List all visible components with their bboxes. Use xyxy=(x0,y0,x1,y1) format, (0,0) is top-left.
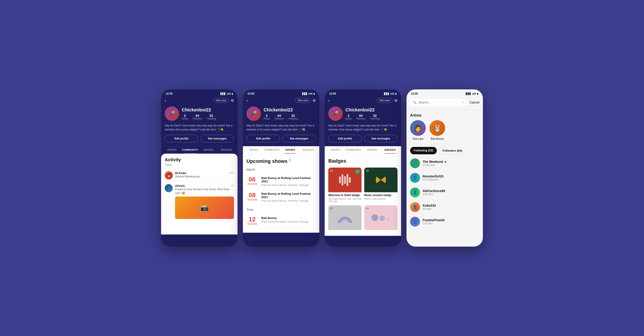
phone-nav-1: ‹ 300 coins ⚙ xyxy=(161,97,238,105)
clear-search-icon[interactable]: ✕ xyxy=(462,101,464,104)
month-march: March xyxy=(246,168,316,171)
status-bar-4: 12:05 ▋▋▋ wifi ▮ xyxy=(406,89,483,97)
battery-icon-4: ▮ xyxy=(477,92,478,95)
user-meta-0: 12.4k fans xyxy=(423,164,476,167)
settings-icon-2[interactable]: ⚙ xyxy=(312,98,316,103)
settings-icon-1[interactable]: ⚙ xyxy=(231,98,234,103)
stat-followers-1: 64 Followers xyxy=(192,114,202,120)
today-label: Today xyxy=(165,163,234,166)
activity-item-0: 🧑 Dr.Koko 43m Started following you xyxy=(165,169,234,182)
edit-profile-button-3[interactable]: Edit profile xyxy=(328,135,362,142)
cancel-button[interactable]: Cancel xyxy=(470,101,479,104)
artist-dua-lipa[interactable]: 👩 Dua Lipa xyxy=(410,120,426,140)
tab-community-2[interactable]: COMMUNITY xyxy=(263,146,281,153)
user-name-2: AleFanSince89 xyxy=(423,189,476,193)
tab-shows-2[interactable]: SHOWS xyxy=(281,146,299,153)
activity-content: Activity Today 🧑 Dr.Koko 43m Started fol… xyxy=(161,154,238,235)
tab-badges-1[interactable]: BADGES xyxy=(218,146,236,153)
tab-shows-1[interactable]: SHOWS xyxy=(199,146,218,153)
badge-shape-1 xyxy=(374,174,388,186)
coins-display-1[interactable]: 300 coins xyxy=(214,98,229,103)
tab-drops-2[interactable]: DROPS xyxy=(245,146,263,153)
see-messages-button-3[interactable]: See messages xyxy=(364,135,398,142)
search-input[interactable] xyxy=(418,101,460,104)
activity-item-1: 👤 AFein1 2h Posted to your thread in the… xyxy=(165,182,234,221)
see-messages-button-2[interactable]: See messages xyxy=(282,135,316,142)
coins-display-3[interactable]: 300 coins xyxy=(377,98,392,103)
tab-badges-2[interactable]: BADGES xyxy=(299,146,318,153)
user-item-1[interactable]: 👤 RoosterGirl23 514 followers › xyxy=(410,171,479,185)
phone-nav-3: ‹ 300 coins ⚙ xyxy=(325,97,401,105)
stat-following-1: 52 Following xyxy=(207,114,216,120)
user-info-1: RoosterGirl23 514 followers xyxy=(423,175,476,181)
user-item-2[interactable]: 👤 AleFanSince89 135 fans › xyxy=(410,185,479,200)
tab-community-3[interactable]: COMMUNITY xyxy=(345,146,363,153)
see-messages-button-1[interactable]: See messages xyxy=(200,135,234,142)
tab-drops-1[interactable]: DROPS xyxy=(163,146,181,153)
tab-community-1[interactable]: COMMUNITY xyxy=(181,146,199,153)
user-avatar-0: 🎵 xyxy=(410,158,420,168)
activity-name-1: AFein1 xyxy=(175,184,185,188)
user-item-4[interactable]: 👤 FrankieFlow20 116 fans › xyxy=(410,215,479,229)
tab-drops-3[interactable]: DROPS xyxy=(326,146,345,153)
coins-display-2[interactable]: 300 coins xyxy=(295,98,311,103)
badge-item-2: 03 xyxy=(328,205,362,231)
user-name-0: The Weekend xyxy=(423,160,476,164)
avatar-2: 🎤 xyxy=(246,106,261,121)
profile-top-2: 🎤 Chickenboi22 2 Artists 64 Followers xyxy=(246,106,316,121)
edit-profile-button-1[interactable]: Edit profile xyxy=(165,135,198,142)
profile-name-1: Chickenboi22 xyxy=(182,107,216,112)
time-2: 12:05 xyxy=(248,92,254,95)
badges-grid: 01 ✓ Welcome to Giant badge You subscrib… xyxy=(328,168,398,231)
status-icons-1: ▋▋▋ wifi ▮ xyxy=(220,92,233,95)
back-button-1[interactable]: ‹ xyxy=(165,98,166,103)
wifi-icon-3: wifi xyxy=(390,92,394,95)
edit-profile-button-2[interactable]: Edit profile xyxy=(246,135,280,142)
settings-icon-3[interactable]: ⚙ xyxy=(394,98,398,103)
battery-icon-2: ▮ xyxy=(314,92,315,95)
avatar-1: 🎤 xyxy=(165,106,179,121)
signal-icon-1: ▋▋▋ xyxy=(220,92,226,95)
badge-circles-3 xyxy=(372,214,390,221)
user-name-3: Koko234 xyxy=(423,204,476,207)
profile-info-1: Chickenboi22 2 Artists 64 Followers 52 F xyxy=(182,107,216,120)
user-meta-1: 514 followers xyxy=(423,178,476,181)
badge-image-1: 02 xyxy=(364,168,398,192)
show-info-2: Bad Bunny Praia Da Rocha Beach, Portimão… xyxy=(261,216,316,223)
following-tab[interactable]: Following (52) xyxy=(410,147,437,154)
tab-badges-3[interactable]: BADGES xyxy=(381,146,399,153)
activity-time-0: 43m xyxy=(229,171,234,175)
profile-info-2: Chickenboi22 2 Artists 64 Followers 52 F xyxy=(264,107,298,120)
artist-avatar-dua: 👩 xyxy=(410,120,426,136)
show-date-0: 06 08:00PM xyxy=(246,176,258,185)
show-date-2: 12 08:00PM xyxy=(246,216,258,225)
artists-label: Artists xyxy=(410,113,479,117)
followers-tab[interactable]: Followers (64) xyxy=(438,147,466,154)
badge-image-2: 03 xyxy=(328,205,362,230)
badge-label-0: Welcome to Giant badge xyxy=(328,194,362,197)
user-item-3[interactable]: 👤 Koko234 64 fans › xyxy=(410,200,479,215)
user-item-0[interactable]: 🎵 The Weekend 12.4k fans › xyxy=(410,156,479,171)
badge-check-0: ✓ xyxy=(355,169,360,174)
artists-row: 👩 Dua Lipa 🐰 Bad Bunny xyxy=(410,120,479,140)
status-bar-3: 12:05 ▋▋▋ wifi ▮ xyxy=(325,89,401,97)
profile-name-2: Chickenboi22 xyxy=(264,107,298,112)
stat-artists-1: 2 Artists xyxy=(182,114,188,120)
stat-following-2: 52 Following xyxy=(288,114,298,120)
back-button-3[interactable]: ‹ xyxy=(328,98,330,103)
show-info-1: Bad Bunny at Rolling Loud Festival 2021 … xyxy=(261,192,316,202)
artist-bad-bunny[interactable]: 🐰 Bad Bunny xyxy=(430,120,445,140)
wifi-icon-2: wifi xyxy=(308,92,312,95)
shows-title: Upcoming shows 3 xyxy=(246,158,316,164)
profile-bio-2: Hey Im Zach! I love music way way way to… xyxy=(246,123,316,132)
user-avatar-4: 👤 xyxy=(410,217,420,227)
stat-followers-3: 64 Followers xyxy=(356,114,366,120)
search-icon: 🔍 xyxy=(413,101,416,104)
phone-community: 12:05 ▋▋▋ wifi ▮ ‹ 300 coins ⚙ 🎤 Chicken… xyxy=(161,89,238,247)
show-date-1: 08 08:00PM xyxy=(246,192,258,201)
search-input-wrap[interactable]: 🔍 ✕ xyxy=(410,99,467,106)
user-avatar-2: 👤 xyxy=(410,188,420,197)
tab-shows-3[interactable]: SHOWS xyxy=(363,146,381,153)
back-button-2[interactable]: ‹ xyxy=(246,98,248,103)
stat-followers-2: 64 Followers xyxy=(274,114,284,120)
